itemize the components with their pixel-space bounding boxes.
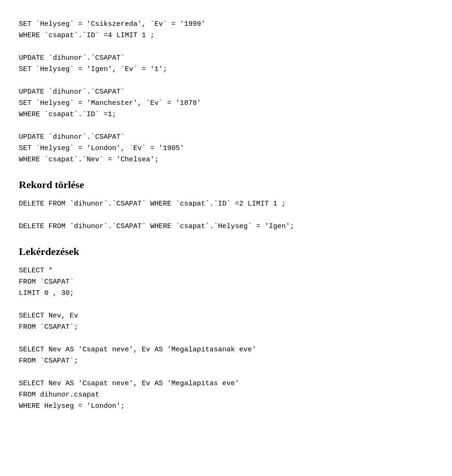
code-block-2: DELETE FROM `dihunor`.`CSAPAT` WHERE `cs… (19, 198, 433, 232)
section-heading-1: Rekord törlése (19, 179, 433, 191)
code-block-0: SET `Helyseg` = 'Csikszereda', `Ev` = '1… (19, 19, 433, 166)
code-block-4: SELECT * FROM `CSAPAT` LIMIT 0 , 30; SEL… (19, 265, 433, 412)
main-content: SET `Helyseg` = 'Csikszereda', `Ev` = '1… (19, 14, 433, 424)
section-heading-3: Lekérdezések (19, 246, 433, 258)
